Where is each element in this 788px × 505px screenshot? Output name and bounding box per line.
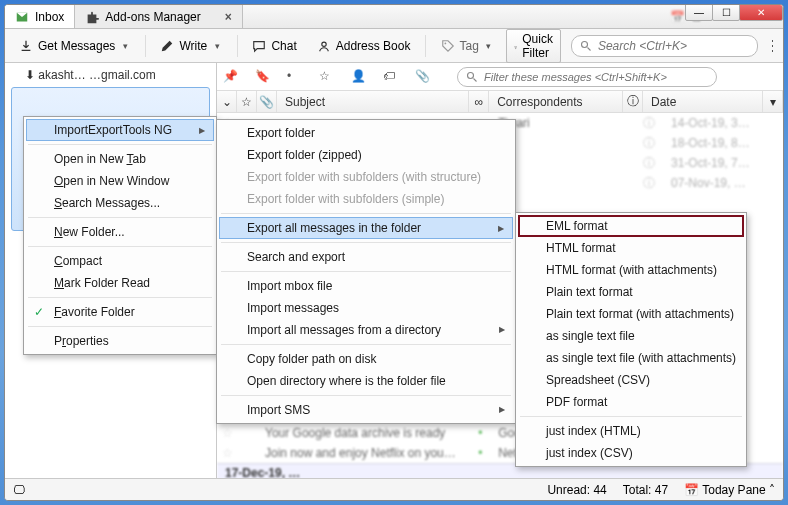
col-correspondents[interactable]: Correspondents (489, 91, 623, 112)
mi-favorite-folder[interactable]: Favorite Folder (26, 301, 214, 323)
unread-count: Unread: 44 (547, 483, 606, 497)
maximize-button[interactable]: ☐ (712, 4, 740, 21)
activity-icon[interactable]: 🖵 (13, 483, 25, 497)
today-pane-button[interactable]: 📅 Today Pane ˄ (684, 483, 775, 497)
mi-html-attachments[interactable]: HTML format (with attachments) (518, 259, 744, 281)
chat-label: Chat (271, 39, 296, 53)
mi-properties[interactable]: Properties (26, 330, 214, 352)
main-toolbar: Get Messages ▾ Write ▾ Chat Address Book… (5, 29, 783, 63)
download-icon (19, 39, 33, 53)
mi-open-directory[interactable]: Open directory where is the folder file (219, 370, 513, 392)
mi-export-folder[interactable]: Export folder (219, 122, 513, 144)
mi-pdf[interactable]: PDF format (518, 391, 744, 413)
status-bar: 🖵 Unread: 44 Total: 47 📅 Today Pane ˄ (5, 478, 783, 500)
address-book-label: Address Book (336, 39, 411, 53)
mi-html-format[interactable]: HTML format (518, 237, 744, 259)
mi-single-text[interactable]: as single text file (518, 325, 744, 347)
mi-import-mbox[interactable]: Import mbox file (219, 275, 513, 297)
calendar-icon[interactable]: 📅 (670, 10, 685, 24)
column-headers: ⌄ ☆ 📎 Subject ∞ Correspondents ⓘ Date ▾ (217, 91, 783, 113)
mi-index-csv[interactable]: just index (CSV) (518, 442, 744, 464)
chevron-down-icon[interactable]: ▾ (212, 41, 222, 51)
download-icon: ⬇ (25, 68, 35, 82)
tag-label: Tag (460, 39, 479, 53)
global-search[interactable] (571, 35, 758, 57)
export-format-submenu: EML format HTML format HTML format (with… (515, 212, 747, 467)
account-label: akasht… …gmail.com (38, 68, 155, 82)
write-button[interactable]: Write ▾ (152, 35, 230, 57)
menu-icon[interactable] (768, 36, 777, 56)
mi-export-all-messages[interactable]: Export all messages in the folder (219, 217, 513, 239)
svg-point-1 (444, 42, 446, 44)
close-icon[interactable]: × (225, 10, 232, 24)
get-messages-label: Get Messages (38, 39, 115, 53)
quick-filter-button[interactable]: Quick Filter (506, 29, 561, 63)
filter-input[interactable] (484, 71, 708, 83)
col-junk[interactable]: ⓘ (623, 91, 643, 112)
mi-copy-folder-path[interactable]: Copy folder path on disk (219, 348, 513, 370)
address-book-button[interactable]: Address Book (309, 35, 419, 57)
chevron-down-icon[interactable]: ▾ (120, 41, 130, 51)
minimize-button[interactable]: — (685, 4, 713, 21)
col-picker[interactable]: ▾ (763, 91, 783, 112)
mi-importexporttools[interactable]: ImportExportTools NG (26, 119, 214, 141)
tab-label: Add-ons Manager (105, 10, 200, 24)
person-icon[interactable]: 👤 (351, 69, 367, 85)
search-input[interactable] (598, 39, 749, 53)
mi-search-messages[interactable]: Search Messages... (26, 192, 214, 214)
col-star[interactable]: ☆ (237, 91, 257, 112)
chat-icon (252, 39, 266, 53)
tab-label: Inbox (35, 10, 64, 24)
account-row[interactable]: ⬇ akasht… …gmail.com (5, 65, 216, 85)
mi-export-subfolders-struct: Export folder with subfolders (with stru… (219, 166, 513, 188)
mi-compact[interactable]: Compact (26, 250, 214, 272)
bookmark-icon[interactable]: 🔖 (255, 69, 271, 85)
import-export-submenu: Export folder Export folder (zipped) Exp… (216, 119, 516, 424)
chevron-down-icon[interactable]: ▾ (484, 41, 494, 51)
window-controls: — ☐ ✕ (686, 4, 783, 21)
col-thread[interactable]: ⌄ (217, 91, 237, 112)
star-icon[interactable]: ☆ (319, 69, 335, 85)
attachment-icon[interactable]: 📎 (415, 69, 431, 85)
mi-search-export[interactable]: Search and export (219, 246, 513, 268)
tag-icon (441, 39, 455, 53)
col-subject[interactable]: Subject (277, 91, 469, 112)
mi-eml-format[interactable]: EML format (518, 215, 744, 237)
folder-context-menu: ImportExportTools NG Open in New Tab Ope… (23, 116, 217, 355)
filter-search[interactable] (457, 67, 717, 87)
mi-import-sms[interactable]: Import SMS (219, 399, 513, 421)
total-count: Total: 47 (623, 483, 668, 497)
tag-icon[interactable]: 🏷 (383, 69, 399, 85)
pin-icon[interactable]: 📌 (223, 69, 239, 85)
search-icon (466, 71, 478, 83)
puzzle-icon (85, 10, 99, 24)
mi-import-directory[interactable]: Import all messages from a directory (219, 319, 513, 341)
mi-export-subfolders-simple: Export folder with subfolders (simple) (219, 188, 513, 210)
col-read[interactable]: ∞ (469, 91, 489, 112)
mi-index-html[interactable]: just index (HTML) (518, 420, 744, 442)
col-date[interactable]: Date (643, 91, 763, 112)
tag-button[interactable]: Tag ▾ (433, 35, 502, 57)
get-messages-button[interactable]: Get Messages ▾ (11, 35, 138, 57)
mi-import-messages[interactable]: Import messages (219, 297, 513, 319)
mi-export-folder-zip[interactable]: Export folder (zipped) (219, 144, 513, 166)
funnel-icon (514, 39, 517, 53)
mi-mark-read[interactable]: Mark Folder Read (26, 272, 214, 294)
mi-plain-text[interactable]: Plain text format (518, 281, 744, 303)
svg-point-3 (468, 72, 474, 78)
chat-button[interactable]: Chat (244, 35, 304, 57)
tab-inbox[interactable]: Inbox (5, 5, 75, 28)
mi-single-text-attachments[interactable]: as single text file (with attachments) (518, 347, 744, 369)
tab-addons[interactable]: Add-ons Manager × (75, 5, 242, 28)
mi-plain-text-attachments[interactable]: Plain text format (with attachments) (518, 303, 744, 325)
chevron-up-icon: ˄ (769, 483, 775, 497)
quick-filter-label: Quick Filter (522, 32, 553, 60)
dot-icon[interactable]: • (287, 69, 303, 85)
mi-csv[interactable]: Spreadsheet (CSV) (518, 369, 744, 391)
write-label: Write (179, 39, 207, 53)
col-attach[interactable]: 📎 (257, 91, 277, 112)
mi-open-new-window[interactable]: Open in New Window (26, 170, 214, 192)
mi-open-new-tab[interactable]: Open in New Tab (26, 148, 214, 170)
close-button[interactable]: ✕ (739, 4, 783, 21)
mi-new-folder[interactable]: New Folder... (26, 221, 214, 243)
